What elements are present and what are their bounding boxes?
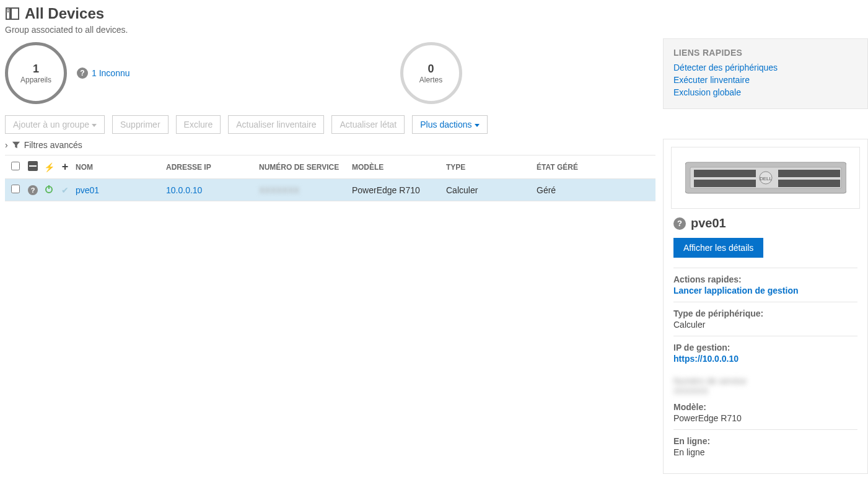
- launch-mgmt-link[interactable]: Lancer lapplication de gestion: [673, 286, 798, 295]
- devices-table: ⚡ + NOM ADRESSE IP NUMÉRO DE SERVICE MOD…: [5, 155, 655, 201]
- svg-text:DELL: DELL: [759, 176, 772, 182]
- col-nom[interactable]: NOM: [73, 163, 166, 172]
- mgmt-ip-link[interactable]: https://10.0.0.10: [673, 354, 739, 364]
- run-inventory-link[interactable]: Exécuter linventaire: [673, 75, 857, 85]
- device-model: PowerEdge R710: [352, 185, 446, 195]
- svg-rect-1: [11, 8, 19, 19]
- model-label: Modèle:: [673, 402, 857, 412]
- device-type-value: Calculer: [673, 320, 857, 330]
- device-name-link[interactable]: pve01: [76, 185, 99, 195]
- mgmt-ip-label: IP de gestion:: [673, 343, 857, 352]
- device-type-label: Type de périphérique:: [673, 308, 857, 318]
- caret-icon: [475, 124, 480, 127]
- blurred-section: Numéro de service XXXXXX: [673, 370, 857, 402]
- col-etat[interactable]: ÉTAT GÉRÉ: [537, 163, 655, 172]
- alerts-count-circle[interactable]: 0 Alertes: [400, 42, 462, 104]
- detail-device-name: pve01: [691, 216, 726, 230]
- question-icon: ?: [77, 68, 88, 79]
- unknown-status[interactable]: ? 1 Inconnu: [77, 68, 130, 79]
- device-image: DELL: [671, 147, 860, 209]
- caret-icon: [92, 124, 97, 127]
- page-header: All Devices: [5, 5, 655, 22]
- quick-links-title: LIENS RAPIDES: [673, 48, 857, 58]
- device-service-tag: XXXXXXX: [259, 185, 352, 195]
- table-header: ⚡ + NOM ADRESSE IP NUMÉRO DE SERVICE MOD…: [5, 155, 655, 179]
- power-header-icon[interactable]: ⚡: [44, 162, 55, 172]
- more-actions-button[interactable]: Plus dactions: [412, 115, 487, 134]
- refresh-state-button[interactable]: Actualiser létat: [331, 115, 405, 134]
- quick-actions-label: Actions rapides:: [673, 274, 857, 284]
- device-ip-link[interactable]: 10.0.0.10: [166, 185, 202, 195]
- detect-devices-link[interactable]: Détecter des périphériques: [673, 63, 857, 72]
- col-model[interactable]: MODÈLE: [352, 163, 446, 172]
- svg-rect-9: [694, 180, 756, 187]
- advanced-filters-label: Filtres avancés: [24, 140, 82, 150]
- svg-rect-8: [694, 170, 756, 177]
- online-label: En ligne:: [673, 436, 857, 446]
- col-service[interactable]: NUMÉRO DE SERVICE: [259, 163, 352, 172]
- devices-count: 1: [33, 63, 39, 76]
- detail-name-row: ? pve01: [673, 216, 857, 230]
- blurred-label: Numéro de service: [673, 376, 857, 386]
- blurred-value: XXXXXX: [673, 386, 857, 396]
- filter-icon: [12, 141, 20, 149]
- add-to-group-button[interactable]: Ajouter à un groupe: [5, 115, 105, 134]
- page-title: All Devices: [25, 5, 104, 22]
- server-icon: DELL: [685, 156, 846, 199]
- devices-icon: [5, 6, 20, 21]
- svg-rect-12: [778, 170, 840, 177]
- alerts-count: 0: [427, 63, 434, 76]
- add-to-group-label: Ajouter à un groupe: [13, 120, 89, 129]
- model-value: PowerEdge R710: [673, 413, 857, 423]
- power-on-icon: [44, 184, 54, 194]
- table-row[interactable]: ? ✔ pve01 10.0.0.10 XXXXXXX PowerEdge R7…: [5, 179, 655, 201]
- col-ip[interactable]: ADRESSE IP: [166, 163, 259, 172]
- device-detail-panel: DELL ? pve01 Afficher les détails Action…: [663, 139, 868, 474]
- status-unknown-icon: ?: [28, 185, 38, 195]
- device-type: Calculer: [446, 185, 537, 195]
- devices-count-circle[interactable]: 1 Appareils: [5, 42, 67, 104]
- chevron-right-icon: ›: [5, 140, 8, 150]
- select-all-checkbox[interactable]: [11, 162, 20, 170]
- more-actions-label: Plus dactions: [420, 120, 471, 129]
- unknown-link: 1 Inconnu: [92, 68, 130, 78]
- advanced-filters-toggle[interactable]: › Filtres avancés: [5, 140, 655, 150]
- show-details-button[interactable]: Afficher les détails: [673, 238, 763, 258]
- online-value: En ligne: [673, 447, 857, 457]
- device-managed-state: Géré: [537, 185, 655, 195]
- refresh-inventory-button[interactable]: Actualiser linventaire: [228, 115, 324, 134]
- svg-rect-13: [778, 180, 840, 187]
- status-unknown-icon: ?: [673, 217, 686, 230]
- onboard-header-icon[interactable]: +: [62, 160, 69, 173]
- quick-links-panel: LIENS RAPIDES Détecter des périphériques…: [663, 38, 868, 109]
- alerts-label: Alertes: [419, 76, 442, 84]
- check-icon: ✔: [61, 185, 69, 195]
- row-checkbox[interactable]: [11, 185, 20, 193]
- col-type[interactable]: TYPE: [446, 163, 537, 172]
- delete-button[interactable]: Supprimer: [112, 115, 169, 134]
- page-subtitle: Group associated to all devices.: [5, 25, 655, 35]
- devices-label: Appareils: [20, 76, 51, 84]
- stats-row: 1 Appareils ? 1 Inconnu 0 Alertes: [5, 42, 655, 104]
- exclude-button[interactable]: Exclure: [176, 115, 221, 134]
- global-exclusion-link[interactable]: Exclusion globale: [673, 87, 857, 97]
- health-icon[interactable]: [28, 161, 38, 171]
- action-bar: Ajouter à un groupe Supprimer Exclure Ac…: [5, 115, 655, 134]
